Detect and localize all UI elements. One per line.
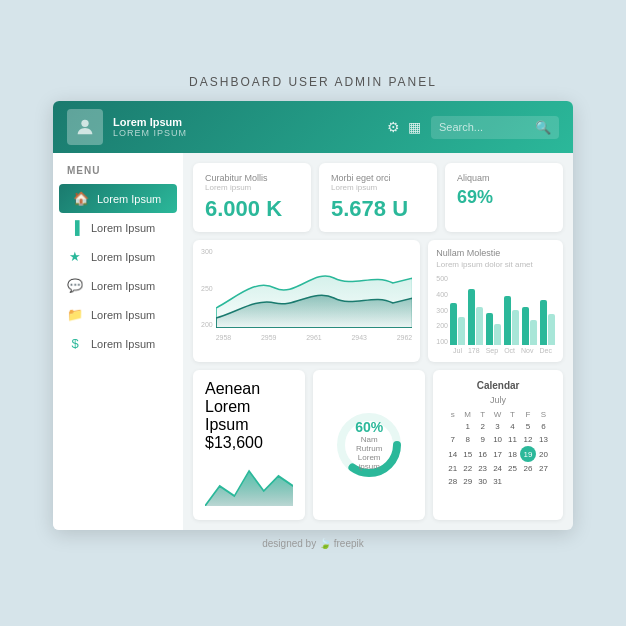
donut-sublabel: Nam Rutrum <box>352 435 387 453</box>
user-icon <box>74 116 96 138</box>
bar-chart-card: Nullam Molestie Lorem ipsum dolor sit am… <box>428 240 563 362</box>
cal-day[interactable]: 15 <box>460 446 475 462</box>
cal-day[interactable] <box>505 475 520 488</box>
cal-day[interactable]: 18 <box>505 446 520 462</box>
main-content: Curabitur Mollis Lorem ipsum 6.000 K Mor… <box>183 153 573 530</box>
cal-day[interactable]: 6 <box>536 420 551 433</box>
dashboard-panel: Lorem Ipsum LOREM IPSUM ⚙ ▦ 🔍 MENU 🏠 Lor… <box>53 101 573 530</box>
bar-group-5 <box>540 300 555 345</box>
cal-day[interactable]: 29 <box>460 475 475 488</box>
cal-header: W <box>490 409 505 420</box>
sidebar: MENU 🏠 Lorem Ipsum ▐ Lorem Ipsum ★ Lorem… <box>53 153 183 530</box>
svg-point-0 <box>81 120 88 127</box>
calendar-title: Calendar <box>445 380 551 391</box>
bar-chart-title: Nullam Molestie <box>436 248 555 258</box>
cal-header: M <box>460 409 475 420</box>
cal-day[interactable]: 25 <box>505 462 520 475</box>
bar-group-2 <box>486 313 501 345</box>
cal-day[interactable]: 3 <box>490 420 505 433</box>
calendar-card: Calendar July s M T W T F S <box>433 370 563 520</box>
grid-icon[interactable]: ▦ <box>408 119 421 135</box>
bar <box>476 307 483 345</box>
bar <box>468 289 475 345</box>
bar-group-3 <box>504 296 519 345</box>
bottom-left-sublabel: Lorem Ipsum <box>205 398 293 434</box>
cal-day[interactable]: 8 <box>460 433 475 446</box>
card-1-label: Morbi eget orci <box>331 173 425 183</box>
sidebar-item-2[interactable]: ★ Lorem Ipsum <box>53 242 183 271</box>
donut-label: 60% Nam Rutrum Lorem ipsum <box>352 419 387 471</box>
cal-header: s <box>445 409 460 420</box>
folder-icon: 📁 <box>67 307 83 322</box>
mountain-chart <box>205 456 293 506</box>
bar-group-4 <box>522 307 537 345</box>
charts-row: 300 250 200 <box>193 240 563 362</box>
card-2-value: 69% <box>457 187 551 208</box>
sidebar-item-0[interactable]: 🏠 Lorem Ipsum <box>59 184 177 213</box>
header-user-info: Lorem Ipsum LOREM IPSUM <box>113 116 377 138</box>
search-icon[interactable]: 🔍 <box>535 120 551 135</box>
bar-chart-subtitle: Lorem ipsum dolor sit amet <box>436 260 555 269</box>
cal-day[interactable]: 23 <box>475 462 490 475</box>
bar <box>504 296 511 345</box>
cal-day[interactable]: 21 <box>445 462 460 475</box>
cal-day[interactable]: 26 <box>520 462 536 475</box>
chat-icon: 💬 <box>67 278 83 293</box>
cal-day[interactable]: 17 <box>490 446 505 462</box>
cal-day[interactable]: 7 <box>445 433 460 446</box>
bar <box>530 320 537 345</box>
card-0-value: 6.000 K <box>205 196 299 222</box>
calendar-month: July <box>445 395 551 405</box>
cal-day[interactable]: 24 <box>490 462 505 475</box>
settings-icon[interactable]: ⚙ <box>387 119 400 135</box>
search-box[interactable]: 🔍 <box>431 116 559 139</box>
cal-day[interactable]: 5 <box>520 420 536 433</box>
cal-day[interactable]: 28 <box>445 475 460 488</box>
cal-day[interactable]: 19 <box>520 446 536 462</box>
sidebar-label-1: Lorem Ipsum <box>91 222 155 234</box>
footer-text: designed by <box>262 538 316 549</box>
bar-group-0 <box>450 303 465 345</box>
cal-day[interactable]: 14 <box>445 446 460 462</box>
sidebar-item-3[interactable]: 💬 Lorem Ipsum <box>53 271 183 300</box>
cal-day[interactable]: 13 <box>536 433 551 446</box>
cal-day[interactable]: 4 <box>505 420 520 433</box>
cal-day[interactable]: 31 <box>490 475 505 488</box>
sidebar-label-3: Lorem Ipsum <box>91 280 155 292</box>
cal-day[interactable]: 2 <box>475 420 490 433</box>
cal-day[interactable] <box>445 420 460 433</box>
card-2-label: Aliquam <box>457 173 551 183</box>
cal-day[interactable]: 12 <box>520 433 536 446</box>
bar <box>522 307 529 345</box>
bar <box>450 303 457 345</box>
calendar-table: s M T W T F S 12345678910111213141516171… <box>445 409 551 488</box>
cal-day[interactable]: 27 <box>536 462 551 475</box>
donut-card: 60% Nam Rutrum Lorem ipsum <box>313 370 425 520</box>
dollar-icon: $ <box>67 336 83 351</box>
cal-day[interactable]: 9 <box>475 433 490 446</box>
bar <box>548 314 555 345</box>
bottom-left-card: Aenean Lorem Ipsum $13,600 <box>193 370 305 520</box>
cal-day[interactable]: 16 <box>475 446 490 462</box>
bottom-row: Aenean Lorem Ipsum $13,600 <box>193 370 563 520</box>
avatar <box>67 109 103 145</box>
sidebar-item-1[interactable]: ▐ Lorem Ipsum <box>53 213 183 242</box>
cal-day[interactable]: 1 <box>460 420 475 433</box>
bar <box>512 310 519 345</box>
cal-day[interactable]: 30 <box>475 475 490 488</box>
user-sub: LOREM IPSUM <box>113 128 377 138</box>
cal-day[interactable]: 22 <box>460 462 475 475</box>
sidebar-item-5[interactable]: $ Lorem Ipsum <box>53 329 183 358</box>
search-input[interactable] <box>439 121 529 133</box>
cal-day[interactable] <box>520 475 536 488</box>
cal-day[interactable]: 11 <box>505 433 520 446</box>
donut-percent: 60% <box>352 419 387 435</box>
card-0-label: Curabitur Mollis <box>205 173 299 183</box>
card-1-value: 5.678 U <box>331 196 425 222</box>
sidebar-item-4[interactable]: 📁 Lorem Ipsum <box>53 300 183 329</box>
bottom-left-value: $13,600 <box>205 434 293 452</box>
cal-day[interactable]: 20 <box>536 446 551 462</box>
cal-day[interactable] <box>536 475 551 488</box>
cal-day[interactable]: 10 <box>490 433 505 446</box>
bar-y-labels: 500 400 300 200 100 <box>436 275 448 345</box>
